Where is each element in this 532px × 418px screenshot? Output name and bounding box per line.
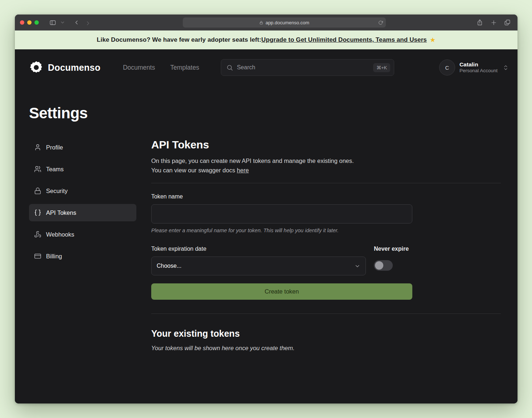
documenso-app: Documenso Documents Templates Search ⌘+K…: [15, 49, 517, 403]
url-text: app.documenso.com: [265, 20, 309, 25]
token-name-input[interactable]: [151, 204, 412, 224]
brand[interactable]: Documenso: [29, 60, 100, 75]
webhook-icon: [34, 231, 41, 238]
user-name: Catalin: [459, 61, 498, 68]
token-name-label: Token name: [151, 193, 501, 200]
window-controls: [20, 20, 39, 25]
expiration-label: Token expiration date: [151, 246, 366, 252]
share-icon: [477, 19, 483, 26]
divider: [151, 314, 501, 314]
browser-window: app.documenso.com: [15, 15, 517, 403]
minimize-window-button[interactable]: [27, 20, 32, 25]
documenso-logo-icon: [29, 60, 44, 75]
main-nav: Documents Templates: [123, 64, 199, 71]
token-name-help: Please enter a meaningful name for your …: [151, 228, 501, 233]
lock-icon: [34, 187, 41, 194]
forward-button[interactable]: [84, 17, 94, 28]
avatar: C: [439, 60, 455, 75]
sidebar-item-billing[interactable]: Billing: [29, 247, 136, 265]
never-expire-label: Never expire: [374, 246, 412, 252]
sidebar-icon: [49, 19, 56, 26]
sidebar-item-label: Profile: [46, 144, 63, 151]
search-placeholder: Search: [237, 64, 255, 71]
sidebar-item-api-tokens[interactable]: API Tokens: [29, 204, 136, 221]
user-account-type: Personal Account: [459, 68, 498, 74]
search-icon: [226, 64, 233, 71]
search-shortcut-badge: ⌘+K: [373, 63, 390, 72]
app-header: Documenso Documents Templates Search ⌘+K…: [15, 49, 517, 86]
chevron-left-icon: [73, 19, 80, 26]
chevron-down-icon: [354, 263, 360, 269]
nav-templates[interactable]: Templates: [170, 64, 199, 71]
sidebar-item-webhooks[interactable]: Webhooks: [29, 226, 136, 243]
back-button[interactable]: [71, 17, 82, 28]
sidebar-item-label: Security: [46, 188, 68, 194]
share-button[interactable]: [475, 17, 485, 28]
section-title: API Tokens: [151, 139, 501, 151]
section-description: On this page, you can create new API tok…: [151, 156, 501, 175]
sidebar-menu-chevron[interactable]: [60, 17, 65, 28]
chevrons-up-down-icon: [503, 65, 509, 71]
brand-name: Documenso: [48, 62, 100, 73]
new-tab-button[interactable]: [488, 17, 499, 28]
sidebar-item-label: Billing: [46, 253, 62, 260]
expiration-row: Token expiration date Choose... Never ex…: [151, 235, 412, 275]
plus-icon: [491, 20, 497, 26]
lock-icon: [259, 21, 263, 25]
tab-overview-button[interactable]: [502, 17, 512, 28]
swagger-docs-link[interactable]: here: [237, 167, 249, 173]
chevron-down-icon: [61, 21, 64, 24]
address-bar[interactable]: app.documenso.com: [183, 17, 386, 28]
users-icon: [34, 165, 41, 173]
promo-text: Like Documenso? We have few early adopte…: [97, 36, 261, 44]
credit-card-icon: [34, 253, 41, 260]
sidebar-item-security[interactable]: Security: [29, 182, 136, 200]
toggle-knob: [375, 261, 383, 270]
tabs-icon: [504, 19, 511, 26]
sidebar-item-label: Teams: [46, 166, 64, 173]
refresh-icon: [378, 20, 383, 25]
never-expire-toggle[interactable]: [374, 260, 393, 271]
search-input[interactable]: Search ⌘+K: [221, 59, 394, 76]
description-line1: On this page, you can create new API tok…: [151, 156, 501, 165]
create-token-button[interactable]: Create token: [151, 283, 412, 300]
description-line2: You can view our swagger docs here: [151, 165, 501, 175]
sidebar-item-teams[interactable]: Teams: [29, 160, 136, 178]
chevron-right-icon: [86, 19, 92, 26]
close-window-button[interactable]: [20, 20, 24, 25]
refresh-button[interactable]: [378, 20, 383, 25]
expiration-select[interactable]: Choose...: [151, 257, 366, 275]
star-icon: ★: [430, 36, 436, 44]
sidebar-item-profile[interactable]: Profile: [29, 139, 136, 156]
sidebar-item-label: API Tokens: [46, 209, 76, 216]
existing-tokens-empty-text: Your tokens will be shown here once you …: [151, 345, 501, 352]
existing-tokens-title: Your existing tokens: [151, 328, 501, 339]
sidebar-toggle-button[interactable]: [48, 17, 58, 28]
upgrade-link[interactable]: Upgrade to Get Unlimited Documents, Team…: [261, 36, 427, 44]
page-title: Settings: [29, 104, 501, 122]
sidebar-item-label: Webhooks: [46, 231, 74, 238]
braces-icon: [34, 209, 41, 216]
settings-page: Settings Profile Teams: [15, 86, 517, 352]
divider: [151, 183, 501, 183]
api-tokens-panel: API Tokens On this page, you can create …: [151, 139, 501, 352]
promo-banner: Like Documenso? We have few early adopte…: [15, 30, 517, 49]
settings-sidebar: Profile Teams Security: [29, 139, 136, 265]
user-icon: [34, 144, 41, 151]
zoom-window-button[interactable]: [34, 20, 39, 25]
expiration-select-value: Choose...: [157, 263, 181, 269]
nav-documents[interactable]: Documents: [123, 64, 155, 71]
browser-titlebar: app.documenso.com: [15, 15, 517, 30]
user-menu[interactable]: C Catalin Personal Account: [439, 60, 509, 75]
